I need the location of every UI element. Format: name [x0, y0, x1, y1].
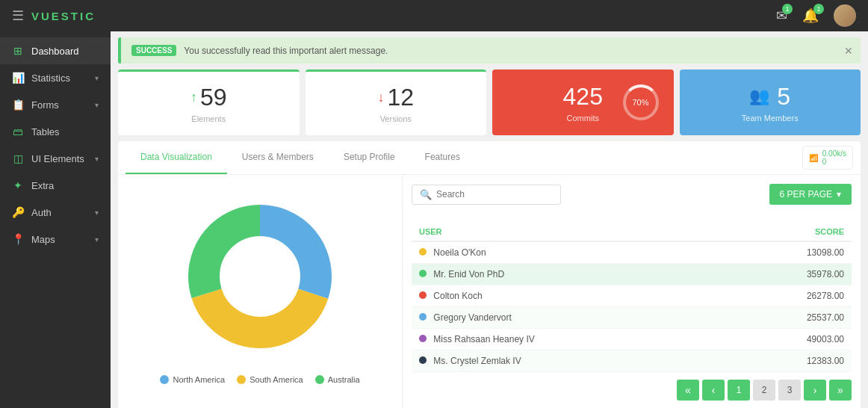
- sidebar-item-dashboard[interactable]: ⊞ Dashboard: [0, 37, 111, 64]
- search-row: 🔍 6 PER PAGE ▾: [412, 184, 852, 215]
- tabs-content: North America South America Australia: [118, 175, 861, 408]
- legend-label-au: Australia: [328, 375, 360, 384]
- legend-label-na: North America: [173, 375, 225, 384]
- wifi-icon: 📶: [809, 154, 818, 162]
- chevron-down-icon-ui: ▾: [95, 155, 99, 163]
- sidebar-label-extra: Extra: [31, 180, 54, 191]
- sidebar-label-ui-elements: UI Elements: [31, 153, 84, 164]
- sidebar-label-dashboard: Dashboard: [31, 46, 79, 57]
- stat-card-team: 👥 5 Team Members: [680, 69, 861, 135]
- pagination: « ‹ 1 2 3 › »: [412, 380, 852, 401]
- cell-user: Gregory Vandervort: [412, 307, 725, 329]
- page-1-button[interactable]: 1: [728, 380, 750, 401]
- legend-south-america: South America: [237, 375, 303, 384]
- table-row: Miss Rahsaan Heaney IV 49003.00: [412, 329, 852, 350]
- main-layout: ⊞ Dashboard 📊 Statistics ▾ 📋 Forms ▾ 🗃 T…: [0, 31, 868, 408]
- sidebar-item-maps[interactable]: 📍 Maps ▾: [0, 226, 111, 253]
- arrow-down-icon: ↓: [377, 90, 384, 105]
- team-icon: 👥: [749, 87, 769, 106]
- content: SUCCESS You successfully read this impor…: [111, 31, 868, 408]
- page-prev-button[interactable]: ‹: [702, 380, 725, 401]
- wifi-value: 0: [822, 158, 846, 166]
- per-page-chevron: ▾: [837, 189, 841, 200]
- table-body: Noeila O'Kon 13098.00 Mr. Enid Von PhD 3…: [412, 241, 852, 372]
- extra-icon: ✦: [12, 179, 24, 191]
- tab-setup-profile[interactable]: Setup Profile: [329, 141, 410, 174]
- table-header: USER SCORE: [412, 223, 852, 241]
- table-row: Mr. Enid Von PhD 35978.00: [412, 264, 852, 285]
- cell-user: Noeila O'Kon: [412, 241, 725, 264]
- maps-icon: 📍: [12, 233, 24, 245]
- chevron-down-icon-forms: ▾: [95, 101, 99, 109]
- page-first-button[interactable]: «: [677, 380, 699, 401]
- avatar[interactable]: [834, 4, 856, 27]
- search-bar[interactable]: 🔍: [412, 185, 561, 205]
- page-2-button[interactable]: 2: [753, 380, 775, 401]
- versions-number: ↓ 12: [377, 84, 414, 111]
- alert-badge: SUCCESS: [131, 45, 176, 56]
- donut-chart: [178, 194, 342, 359]
- table-row: Colton Koch 26278.00: [412, 285, 852, 307]
- chevron-down-icon: ▾: [95, 74, 99, 82]
- alert-banner: SUCCESS You successfully read this impor…: [118, 37, 861, 64]
- topnav: ☰ VUESTIC ✉ 1 🔔 1: [0, 0, 868, 31]
- team-number: 👥 5: [749, 83, 790, 111]
- tab-features[interactable]: Features: [410, 141, 475, 174]
- cell-user: Miss Rahsaan Heaney IV: [412, 329, 725, 350]
- forms-icon: 📋: [12, 99, 24, 111]
- mail-icon[interactable]: ✉ 1: [776, 7, 787, 24]
- page-next-button[interactable]: ›: [804, 380, 826, 401]
- stat-cards: ↑ 59 Elements ↓ 12 Versions 425 Commits …: [118, 69, 861, 135]
- col-score: SCORE: [725, 223, 852, 241]
- sidebar-label-tables: Tables: [31, 126, 60, 137]
- sidebar-item-auth[interactable]: 🔑 Auth ▾: [0, 199, 111, 226]
- avatar-image: [834, 4, 856, 27]
- page-last-button[interactable]: »: [829, 380, 852, 401]
- col-user: USER: [412, 223, 725, 241]
- stat-card-elements: ↑ 59 Elements: [118, 69, 300, 135]
- mail-badge: 1: [782, 4, 793, 14]
- search-input[interactable]: [436, 189, 553, 200]
- versions-label: Versions: [380, 114, 412, 123]
- sidebar-item-ui-elements[interactable]: ◫ UI Elements ▾: [0, 145, 111, 172]
- elements-label: Elements: [191, 114, 226, 123]
- alert-close-button[interactable]: ✕: [844, 45, 853, 57]
- cell-score: 35978.00: [725, 264, 852, 285]
- user-dot: [419, 356, 427, 364]
- per-page-button[interactable]: 6 PER PAGE ▾: [769, 184, 852, 205]
- user-dot: [419, 335, 427, 342]
- team-label: Team Members: [742, 114, 799, 123]
- elements-number: ↑ 59: [190, 84, 227, 111]
- page-3-button[interactable]: 3: [778, 380, 801, 401]
- svg-point-3: [221, 238, 299, 315]
- sidebar-item-tables[interactable]: 🗃 Tables: [0, 118, 111, 145]
- tab-data-visualization[interactable]: Data Visualization: [125, 141, 227, 174]
- sidebar-item-statistics[interactable]: 📊 Statistics ▾: [0, 64, 111, 91]
- bell-badge: 1: [813, 4, 824, 14]
- cell-score: 12383.00: [725, 350, 852, 372]
- cell-score: 49003.00: [725, 329, 852, 350]
- legend-north-america: North America: [160, 375, 225, 384]
- bell-icon[interactable]: 🔔 1: [802, 7, 819, 24]
- user-dot: [419, 270, 427, 277]
- hamburger-icon[interactable]: ☰: [12, 7, 24, 24]
- tabs-area: Data Visualization Users & Members Setup…: [118, 141, 861, 408]
- sidebar-item-extra[interactable]: ✦ Extra: [0, 172, 111, 199]
- tabs-header: Data Visualization Users & Members Setup…: [118, 141, 861, 175]
- legend-australia: Australia: [315, 375, 360, 384]
- table-row: Noeila O'Kon 13098.00: [412, 241, 852, 264]
- donut-svg: [178, 194, 342, 359]
- user-dot: [419, 313, 427, 321]
- legend-label-sa: South America: [249, 375, 303, 384]
- sidebar-item-forms[interactable]: 📋 Forms ▾: [0, 91, 111, 118]
- chart-legend: North America South America Australia: [160, 375, 359, 384]
- topnav-right: ✉ 1 🔔 1: [776, 4, 856, 27]
- legend-dot-sa: [237, 375, 246, 384]
- commits-number: 425: [563, 83, 603, 111]
- sidebar-label-forms: Forms: [31, 99, 59, 111]
- stat-card-versions: ↓ 12 Versions: [306, 69, 487, 135]
- user-dot: [419, 291, 427, 299]
- topnav-left: ☰ VUESTIC: [12, 7, 96, 24]
- sidebar-label-maps: Maps: [31, 234, 55, 245]
- tab-users-members[interactable]: Users & Members: [227, 141, 329, 174]
